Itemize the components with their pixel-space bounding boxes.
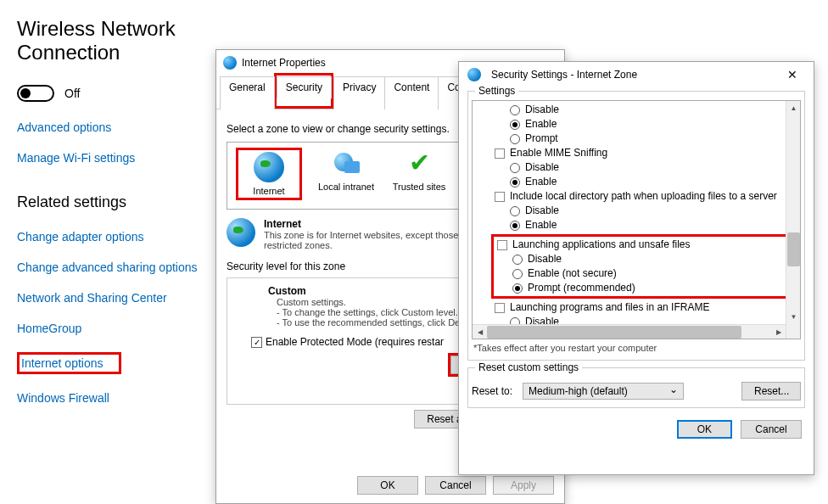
link-windows-firewall[interactable]: Windows Firewall [17, 391, 221, 405]
tab-security[interactable]: Security [277, 76, 332, 98]
ip-ok-button[interactable]: OK [357, 476, 418, 495]
ss-cancel-button[interactable]: Cancel [741, 420, 802, 439]
tab-content[interactable]: Content [384, 76, 439, 109]
reset-group: Reset custom settings Reset to: Medium-h… [467, 367, 805, 408]
scroll-thumb[interactable] [487, 326, 741, 339]
ip-title: Internet Properties [242, 57, 326, 69]
close-button[interactable]: ✕ [780, 66, 805, 83]
setting-icon [497, 240, 507, 250]
setting-icon [495, 148, 505, 159]
link-homegroup[interactable]: HomeGroup [17, 322, 221, 335]
checkmark-icon: ✔ [404, 148, 434, 178]
horizontal-scrollbar[interactable]: ◀ ▶ [473, 324, 786, 339]
security-settings-dialog: Security Settings - Internet Zone ✕ Sett… [458, 61, 814, 475]
wifi-toggle[interactable] [17, 85, 54, 102]
link-internet-options[interactable]: Internet options [21, 356, 104, 370]
link-network-sharing-center[interactable]: Network and Sharing Center [17, 291, 221, 305]
manage-wifi-link[interactable]: Manage Wi-Fi settings [17, 151, 221, 165]
setting-icon [495, 192, 505, 202]
reset-button[interactable]: Reset... [741, 382, 801, 400]
ip-cancel-button[interactable]: Cancel [425, 476, 486, 495]
setting-icon [495, 303, 505, 313]
protected-mode-checkbox[interactable]: ✓ [251, 337, 262, 348]
ss-ok-button[interactable]: OK [677, 420, 732, 439]
globe-icon [254, 152, 284, 182]
advanced-options-link[interactable]: Advanced options [17, 120, 221, 134]
link-adapter-options[interactable]: Change adapter options [17, 230, 221, 244]
reset-to-label: Reset to: [472, 385, 512, 397]
tab-privacy[interactable]: Privacy [333, 76, 385, 109]
settings-group: Settings Disable Enable Prompt Enable MI… [467, 91, 805, 361]
ip-apply-button[interactable]: Apply [493, 476, 554, 495]
vertical-scrollbar[interactable]: ▲ ▼ [786, 101, 800, 339]
scroll-left-icon[interactable]: ◀ [473, 325, 487, 339]
wifi-toggle-label: Off [64, 87, 80, 100]
related-settings-head: Related settings [17, 193, 221, 211]
intranet-icon [331, 148, 361, 178]
reset-to-select[interactable]: Medium-high (default) [523, 383, 684, 400]
zone-internet[interactable]: Internet [240, 152, 298, 196]
scroll-up-icon[interactable]: ▲ [786, 101, 801, 115]
restart-note: *Takes effect after you restart your com… [473, 343, 799, 353]
globe-icon [223, 56, 237, 70]
link-advanced-sharing[interactable]: Change advanced sharing options [17, 260, 221, 274]
globe-icon [467, 68, 481, 81]
scroll-right-icon[interactable]: ▶ [771, 325, 786, 339]
ss-titlebar[interactable]: Security Settings - Internet Zone ✕ [459, 62, 814, 87]
page-title: Wireless Network Connection [17, 17, 221, 64]
ss-title: Security Settings - Internet Zone [491, 69, 637, 81]
scroll-down-icon[interactable]: ▼ [786, 310, 801, 324]
tab-general[interactable]: General [220, 76, 275, 109]
scroll-thumb[interactable] [787, 232, 800, 266]
zone-trusted-sites[interactable]: ✔ Trusted sites [390, 148, 448, 192]
wifi-settings-pane: Wireless Network Connection Off Advanced… [0, 0, 221, 405]
globe-icon [227, 218, 255, 247]
settings-tree[interactable]: Disable Enable Prompt Enable MIME Sniffi… [472, 100, 801, 339]
zone-local-intranet[interactable]: Local intranet [317, 148, 375, 192]
